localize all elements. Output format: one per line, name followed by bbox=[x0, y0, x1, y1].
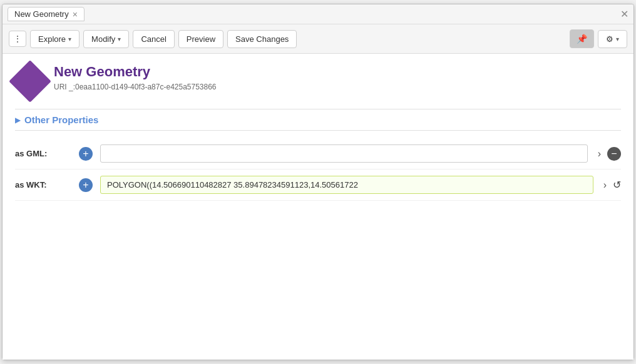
gml-add-button[interactable]: + bbox=[79, 147, 93, 161]
save-changes-button[interactable]: Save Changes bbox=[227, 30, 297, 48]
entity-info: New Geometry URI _:0eaa1100-d149-40f3-a8… bbox=[54, 64, 217, 91]
section-caret-icon: ▶ bbox=[15, 116, 21, 124]
property-label-wkt: as WKT: bbox=[15, 180, 71, 190]
more-options-button[interactable]: ⋮ bbox=[9, 31, 26, 47]
toolbar: ⋮ Explore ▾ Modify ▾ Cancel Preview Save… bbox=[3, 24, 633, 54]
property-row-wkt: as WKT: + › ↺ bbox=[15, 169, 621, 201]
entity-title: New Geometry bbox=[54, 64, 217, 80]
modify-label: Modify bbox=[91, 34, 115, 44]
wkt-input[interactable] bbox=[100, 176, 593, 194]
settings-icon: ⚙ bbox=[606, 34, 613, 44]
diamond-icon bbox=[9, 60, 51, 103]
tab-close-icon[interactable]: × bbox=[73, 10, 78, 19]
explore-label: Explore bbox=[38, 34, 66, 44]
wkt-chevron-down-icon[interactable]: › bbox=[601, 178, 609, 192]
wkt-undo-button[interactable]: ↺ bbox=[613, 179, 621, 191]
settings-button[interactable]: ⚙ ▾ bbox=[598, 30, 627, 48]
gml-input[interactable] bbox=[100, 144, 588, 163]
explore-caret: ▾ bbox=[68, 36, 71, 43]
tab-label: New Geometry bbox=[14, 9, 69, 19]
pin-button[interactable]: 📌 bbox=[570, 29, 594, 48]
entity-header: New Geometry URI _:0eaa1100-d149-40f3-a8… bbox=[15, 64, 621, 96]
title-bar: New Geometry × ✕ bbox=[3, 4, 633, 24]
title-bar-left: New Geometry × bbox=[8, 7, 85, 21]
section-title: Other Properties bbox=[24, 114, 98, 125]
modify-button[interactable]: Modify ▾ bbox=[83, 30, 129, 48]
property-label-gml: as GML: bbox=[15, 149, 71, 158]
gml-remove-button[interactable]: − bbox=[607, 147, 621, 161]
main-window: New Geometry × ✕ ⋮ Explore ▾ Modify ▾ Ca… bbox=[2, 4, 634, 360]
modify-caret: ▾ bbox=[118, 36, 121, 43]
property-row-gml: as GML: + › − bbox=[15, 138, 621, 169]
cancel-button[interactable]: Cancel bbox=[133, 30, 174, 48]
content-area: New Geometry URI _:0eaa1100-d149-40f3-a8… bbox=[3, 54, 633, 360]
toolbar-right: 📌 ⚙ ▾ bbox=[570, 29, 627, 48]
wkt-add-button[interactable]: + bbox=[79, 178, 93, 192]
entity-uri: URI _:0eaa1100-d149-40f3-a87c-e425a57538… bbox=[54, 83, 217, 91]
settings-caret: ▾ bbox=[616, 36, 619, 43]
section-header-other-properties[interactable]: ▶ Other Properties bbox=[15, 109, 621, 131]
gml-actions: › − bbox=[595, 147, 621, 161]
window-close-icon[interactable]: ✕ bbox=[620, 8, 628, 20]
explore-button[interactable]: Explore ▾ bbox=[30, 30, 80, 48]
preview-button[interactable]: Preview bbox=[178, 30, 223, 48]
wkt-actions: › ↺ bbox=[601, 178, 621, 192]
gml-chevron-down-icon[interactable]: › bbox=[595, 147, 603, 161]
tab-new-geometry[interactable]: New Geometry × bbox=[8, 7, 85, 21]
pin-icon: 📌 bbox=[577, 34, 587, 44]
